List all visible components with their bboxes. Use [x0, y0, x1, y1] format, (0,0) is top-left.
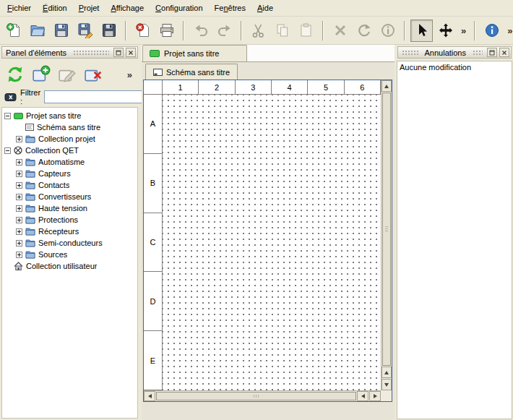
new-file-icon — [6, 22, 22, 38]
toolbar-separator — [241, 21, 242, 40]
menu-edition[interactable]: Édition — [37, 1, 73, 15]
tree-item-label: Collection QET — [25, 146, 79, 155]
delete-button[interactable] — [329, 20, 351, 42]
expand-icon[interactable] — [16, 217, 22, 223]
undo-button[interactable] — [189, 20, 212, 42]
filter-input[interactable] — [44, 90, 152, 103]
tree-item-collection-projet[interactable]: Collection projet — [2, 133, 137, 145]
elements-panel-title: Panel d'éléments — [4, 48, 69, 57]
expand-icon[interactable] — [16, 171, 22, 177]
diagram-canvas[interactable] — [163, 95, 381, 390]
tree-item-haute-tension[interactable]: Haute tension — [2, 202, 137, 214]
close-dock-button[interactable] — [499, 48, 509, 57]
scroll-up-button[interactable] — [381, 80, 392, 92]
redo-button[interactable] — [213, 20, 236, 42]
tree-item-project[interactable]: Projet sans titre — [2, 110, 137, 121]
dock-grip[interactable] — [402, 49, 418, 56]
edit-element-button[interactable] — [56, 64, 78, 85]
row-header: A — [144, 95, 163, 154]
tree-item-capteurs[interactable]: Capteurs — [2, 168, 137, 179]
diagram-view[interactable]: 1 2 3 4 5 6 A B C D E — [143, 80, 392, 402]
schema-tab[interactable]: Schéma sans titre — [145, 64, 238, 80]
schema-icon — [25, 124, 34, 131]
menu-fenetres[interactable]: Fenêtres — [209, 1, 251, 15]
menu-configuration[interactable]: Configuration — [150, 1, 208, 15]
save-all-button[interactable] — [98, 20, 120, 42]
scroll-right-button[interactable] — [369, 391, 381, 401]
tree-item-schema[interactable]: Schéma sans titre — [2, 121, 137, 133]
tree-item-automatisme[interactable]: Automatisme — [2, 156, 137, 168]
menu-fichier[interactable]: Fichier — [1, 1, 37, 15]
tree-item-protections[interactable]: Protections — [2, 214, 137, 226]
new-element-button[interactable] — [30, 64, 52, 85]
expand-icon[interactable] — [16, 252, 22, 258]
move-tool-button[interactable] — [434, 20, 457, 42]
tree-item-recepteurs[interactable]: Récepteurs — [2, 226, 137, 237]
close-file-button[interactable] — [132, 20, 154, 42]
paste-button[interactable] — [295, 20, 317, 42]
expand-icon[interactable] — [16, 182, 22, 189]
collapse-icon[interactable] — [4, 147, 11, 154]
vertical-scroll-thumb[interactable] — [382, 93, 391, 366]
undo-history-list[interactable]: Aucune modification — [397, 61, 512, 419]
dock-grip[interactable] — [73, 49, 109, 56]
print-button[interactable] — [155, 20, 178, 42]
expand-icon[interactable] — [16, 136, 22, 142]
menu-aide[interactable]: Aide — [251, 1, 279, 15]
toolbar-overflow-button[interactable]: » — [504, 25, 513, 36]
new-file-button[interactable] — [2, 20, 25, 42]
tree-item-collection-qet[interactable]: Collection QET — [2, 145, 137, 156]
close-file-icon — [135, 22, 151, 38]
project-tab[interactable]: Projet sans titre — [142, 45, 247, 61]
cut-button[interactable] — [247, 20, 270, 42]
save-as-button[interactable] — [74, 20, 96, 42]
tree-item-contacts[interactable]: Contacts — [2, 179, 137, 191]
tree-item-label: Automatisme — [38, 158, 85, 166]
undo-dock-title: Annulations — [423, 48, 469, 57]
clear-filter-icon[interactable] — [4, 92, 17, 103]
open-file-button[interactable] — [26, 20, 48, 42]
tree-item-semi-conducteurs[interactable]: Semi-conducteurs — [2, 237, 137, 249]
dock-grip[interactable] — [473, 49, 483, 56]
toolbar-overflow-button[interactable]: » — [458, 25, 469, 36]
tree-item-label: Sources — [38, 250, 67, 259]
float-dock-button[interactable] — [487, 48, 497, 57]
expand-icon[interactable] — [16, 228, 22, 235]
expand-icon[interactable] — [16, 240, 22, 247]
menu-projet[interactable]: Projet — [73, 1, 105, 15]
expand-icon[interactable] — [16, 205, 22, 212]
menu-affichage[interactable]: Affichage — [105, 1, 150, 15]
undo-icon — [193, 22, 209, 38]
tree-item-collection-utilisateur[interactable]: Collection utilisateur — [2, 260, 137, 272]
scroll-down-button[interactable] — [381, 379, 392, 390]
save-icon — [53, 22, 69, 38]
horizontal-scrollbar[interactable] — [144, 390, 381, 401]
expand-icon[interactable] — [16, 194, 22, 200]
scroll-left-button[interactable] — [144, 391, 155, 401]
elements-panel-titlebar[interactable]: Panel d'éléments — [1, 46, 138, 59]
select-tool-button[interactable] — [410, 20, 433, 42]
close-dock-button[interactable] — [126, 48, 136, 57]
collapse-icon[interactable] — [4, 113, 11, 119]
about-button[interactable] — [480, 20, 503, 42]
panel-toolbar-overflow-button[interactable]: » — [124, 69, 135, 80]
folder-icon — [25, 215, 35, 224]
reload-collections-button[interactable] — [4, 64, 26, 85]
float-dock-button[interactable] — [113, 48, 124, 57]
tree-item-sources[interactable]: Sources — [2, 249, 137, 260]
horizontal-scroll-thumb[interactable] — [156, 392, 356, 400]
tree-item-convertisseurs[interactable]: Convertisseurs — [2, 191, 137, 202]
save-button[interactable] — [50, 20, 72, 42]
undo-dock-titlebar[interactable]: Annulations — [397, 46, 512, 59]
properties-button[interactable] — [376, 20, 399, 42]
copy-button[interactable] — [271, 20, 293, 42]
rotate-button[interactable] — [353, 20, 375, 42]
scroll-up-button[interactable] — [381, 367, 392, 378]
scroll-left-button[interactable] — [357, 391, 368, 401]
project-tab-label: Projet sans titre — [164, 49, 219, 58]
expand-icon[interactable] — [16, 159, 22, 166]
vertical-scrollbar[interactable] — [381, 80, 392, 390]
delete-element-button[interactable] — [82, 64, 104, 85]
main-toolbar: » » — [0, 17, 513, 45]
column-header: 6 — [345, 80, 381, 95]
